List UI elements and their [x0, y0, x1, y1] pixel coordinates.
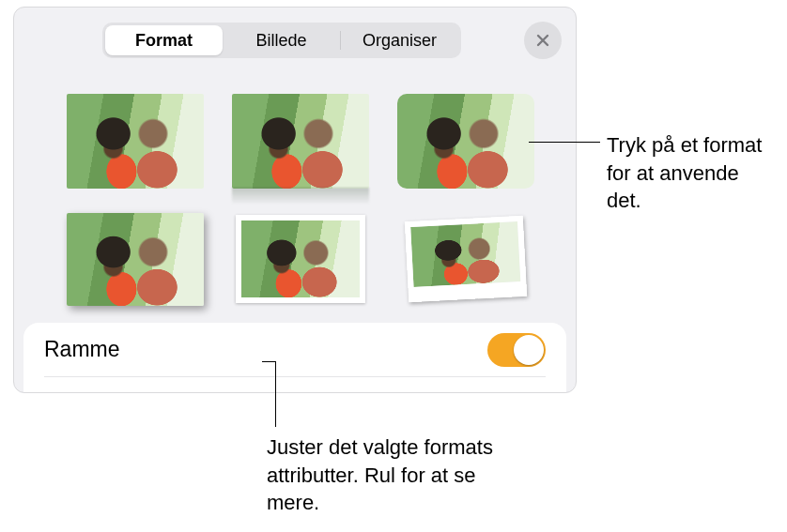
callout-adjust-attributes: Juster det valgte formats attributter. R… [267, 433, 511, 517]
tab-label: Format [135, 31, 193, 51]
callout-leader [275, 361, 276, 427]
sample-photo [241, 220, 360, 297]
sample-photo [410, 221, 520, 287]
style-option-polaroid[interactable] [394, 203, 537, 314]
style-option-white-border[interactable] [232, 206, 369, 312]
style-option-plain[interactable] [67, 88, 204, 193]
frame-toggle[interactable] [487, 333, 546, 367]
sample-photo [232, 94, 369, 189]
toggle-knob [514, 335, 544, 365]
callout-leader [262, 361, 275, 362]
close-button[interactable] [524, 22, 562, 59]
tab-organiser[interactable]: Organiser [341, 25, 458, 55]
callout-apply-format: Tryk på et format for at anvende det. [607, 131, 776, 215]
style-option-reflection[interactable] [232, 88, 369, 193]
frame-label: Ramme [44, 337, 120, 362]
close-icon [535, 33, 550, 48]
tab-label: Billede [255, 31, 306, 51]
tab-label: Organiser [363, 31, 437, 51]
style-option-rounded[interactable] [397, 88, 534, 193]
callout-leader [529, 142, 600, 143]
frame-row: Ramme [44, 323, 546, 377]
tab-bar: Format Billede Organiser [102, 23, 461, 58]
tab-format[interactable]: Format [105, 25, 223, 55]
tab-billede[interactable]: Billede [223, 25, 340, 55]
style-option-shadow[interactable] [67, 206, 204, 312]
format-panel: Format Billede Organiser [13, 7, 577, 393]
attributes-card[interactable]: Ramme [23, 323, 566, 392]
sample-photo [67, 94, 204, 189]
sample-photo [397, 94, 534, 189]
style-grid [67, 88, 534, 312]
sample-photo [67, 213, 204, 306]
